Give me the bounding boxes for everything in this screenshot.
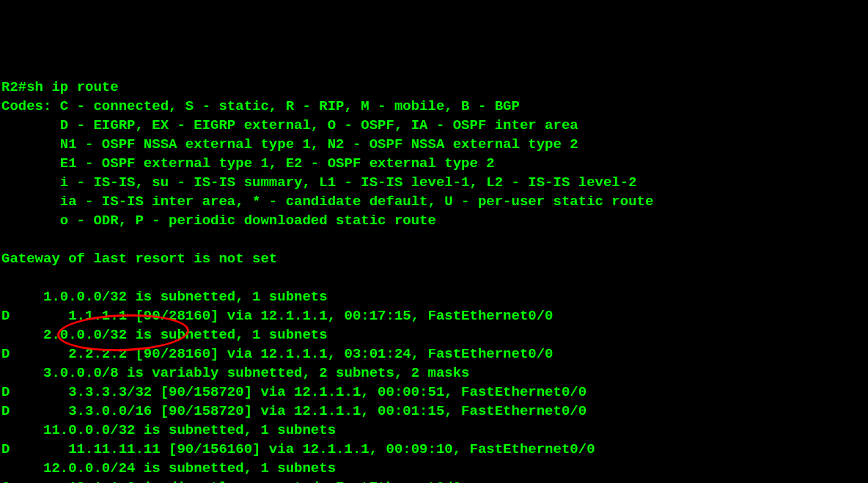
route-entry: D 1.1.1.1 [90/28160] via 12.1.1.1, 00:17… [1,308,553,324]
codes-line: o - ODR, P - periodic downloaded static … [1,213,436,229]
codes-line: ia - IS-IS inter area, * - candidate def… [1,193,653,210]
codes-line: E1 - OSPF external type 1, E2 - OSPF ext… [1,155,495,172]
route-entry: D 3.3.3.3/32 [90/158720] via 12.1.1.1, 0… [1,384,586,400]
codes-line: D - EIGRP, EX - EIGRP external, O - OSPF… [1,117,578,133]
route-entry: 1.0.0.0/32 is subnetted, 1 subnets [1,289,328,305]
command-line: R2#sh ip route [1,79,119,95]
prompt: R2# [1,79,26,95]
command-text: sh ip route [26,79,118,95]
terminal-output[interactable]: R2#sh ip route Codes: C - connected, S -… [1,78,867,483]
route-entry: D 3.3.0.0/16 [90/158720] via 12.1.1.1, 0… [1,403,586,419]
route-entry: 3.0.0.0/8 is variably subnetted, 2 subne… [1,365,470,381]
route-entry: D 11.11.11.11 [90/156160] via 12.1.1.1, … [1,441,595,457]
route-entry: C 12.1.1.0 is directly connected, FastEt… [1,479,461,483]
codes-line: i - IS-IS, su - IS-IS summary, L1 - IS-I… [1,174,637,191]
route-entry: 2.0.0.0/32 is subnetted, 1 subnets [1,327,328,343]
route-entry: 12.0.0.0/24 is subnetted, 1 subnets [1,460,336,476]
codes-line: N1 - OSPF NSSA external type 1, N2 - OSP… [1,136,578,152]
route-entry: D 2.2.2.2 [90/28160] via 12.1.1.1, 03:01… [1,346,553,362]
codes-header: Codes: C - connected, S - static, R - RI… [1,98,520,114]
route-entry: 11.0.0.0/32 is subnetted, 1 subnets [1,422,336,438]
gateway-line: Gateway of last resort is not set [1,251,277,267]
